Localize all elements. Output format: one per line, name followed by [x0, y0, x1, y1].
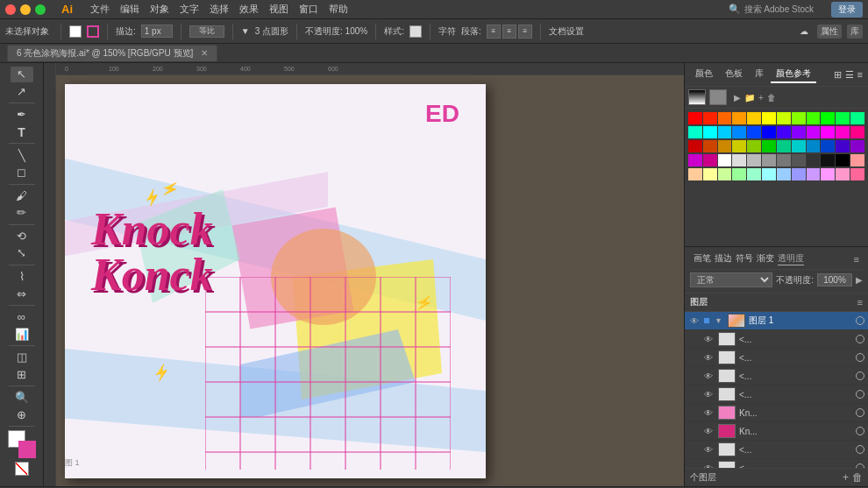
canvas-area[interactable]: 0 100 200 300 400 500 600	[44, 63, 684, 486]
swatch[interactable]	[836, 140, 850, 152]
swatch[interactable]	[703, 154, 717, 166]
appearance-panel-menu[interactable]: ≡	[854, 254, 859, 265]
rotate-tool[interactable]: ⟲	[11, 228, 33, 244]
swatch[interactable]	[747, 140, 761, 152]
menu-effect[interactable]: 效果	[239, 3, 259, 16]
line-tool[interactable]: ╲	[11, 147, 33, 163]
swatch[interactable]	[821, 126, 835, 138]
layer-vis-icon[interactable]: 👁	[688, 316, 701, 326]
swatch[interactable]	[732, 168, 746, 180]
swatch[interactable]	[688, 140, 702, 152]
swatch[interactable]	[718, 168, 732, 180]
swatch[interactable]	[718, 154, 732, 166]
eyedropper-tool[interactable]: 🔍	[11, 390, 33, 406]
style-preview[interactable]	[409, 25, 422, 38]
swatch[interactable]	[777, 126, 791, 138]
align-center-button[interactable]: ≡	[502, 25, 516, 39]
none-swatch[interactable]	[15, 462, 29, 476]
selection-tool[interactable]: ↖	[11, 67, 33, 82]
layer-vis-sub2[interactable]: 👁	[702, 353, 715, 363]
swatch[interactable]	[732, 112, 746, 124]
layer-item-sub1[interactable]: 👁 <...	[685, 330, 868, 349]
swatch[interactable]	[732, 126, 746, 138]
swatch[interactable]	[850, 168, 864, 180]
new-swatch-icon[interactable]: +	[758, 93, 764, 103]
panel-list-icon[interactable]: ☰	[845, 69, 854, 81]
delete-swatch-icon[interactable]: 🗑	[767, 93, 776, 103]
menu-file[interactable]: 文件	[90, 3, 110, 16]
swatch-options-icon[interactable]: ▶	[734, 93, 741, 103]
swatch[interactable]	[850, 126, 864, 138]
grayscale-swatch[interactable]	[709, 89, 727, 105]
swatch[interactable]	[807, 168, 821, 180]
tab-graphic-styles[interactable]: 符号	[736, 252, 753, 265]
tab-appearance[interactable]: 画笔	[694, 252, 711, 265]
layer-item-sub5[interactable]: 👁 <...	[685, 441, 868, 459]
swatch[interactable]	[747, 154, 761, 166]
stroke-color-box[interactable]	[87, 25, 99, 38]
swatch[interactable]	[703, 112, 717, 124]
layer-target-sub5[interactable]	[856, 445, 864, 454]
swatch[interactable]	[777, 112, 791, 124]
tab-library[interactable]: 库	[750, 66, 769, 83]
swatch[interactable]	[792, 112, 806, 124]
delete-layer-button[interactable]: 🗑	[852, 471, 863, 484]
layer-target-kn1[interactable]	[856, 408, 864, 417]
cloud-icon[interactable]: ☁	[800, 26, 808, 36]
swatch[interactable]	[836, 126, 850, 138]
swatch[interactable]	[718, 126, 732, 138]
swatch[interactable]	[821, 140, 835, 152]
menu-object[interactable]: 对象	[150, 3, 169, 16]
layer-target-sub4[interactable]	[856, 390, 864, 399]
blend-tool[interactable]: ∞	[11, 309, 33, 325]
tab-symbols[interactable]: 描边	[715, 252, 732, 265]
layer-item-sub2[interactable]: 👁 <...	[685, 349, 868, 367]
swatch[interactable]	[792, 140, 806, 152]
type-tool[interactable]: T	[11, 124, 33, 140]
expand-icon[interactable]: ▼	[715, 316, 722, 325]
panel-grid-icon[interactable]: ⊞	[834, 69, 842, 81]
opacity-value[interactable]: 100%	[817, 273, 852, 286]
layer-item-sub3[interactable]: 👁 <...	[685, 367, 868, 385]
shape-tool[interactable]: ◻	[11, 165, 33, 180]
swatch[interactable]	[688, 126, 702, 138]
swatch[interactable]	[792, 168, 806, 180]
swatch[interactable]	[732, 140, 746, 152]
layer-item-kn1[interactable]: 👁 Kn...	[685, 404, 868, 422]
layer-vis-sub1[interactable]: 👁	[702, 335, 715, 344]
swatch[interactable]	[821, 154, 835, 166]
doc-settings-label[interactable]: 文档设置	[549, 25, 584, 38]
swatch[interactable]	[747, 168, 761, 180]
graph-tool[interactable]: 📊	[11, 326, 33, 342]
layer-target-sub1[interactable]	[856, 335, 864, 343]
swatch[interactable]	[777, 154, 791, 166]
pencil-tool[interactable]: ✏	[11, 205, 33, 221]
layer-vis-kn2[interactable]: 👁	[702, 427, 715, 436]
swatch[interactable]	[792, 154, 806, 166]
layer-vis-sub3[interactable]: 👁	[702, 371, 715, 381]
new-layer-button[interactable]: +	[843, 471, 849, 484]
swatch[interactable]	[762, 168, 776, 180]
swatch[interactable]	[718, 140, 732, 152]
swatch[interactable]	[762, 154, 776, 166]
layer-target-sub2[interactable]	[856, 353, 864, 362]
swatch[interactable]	[850, 140, 864, 152]
tab-opacity[interactable]: 渐变	[757, 252, 774, 265]
swatch[interactable]	[688, 154, 702, 166]
align-right-button[interactable]: ≡	[518, 25, 532, 39]
swatch[interactable]	[821, 168, 835, 180]
menu-window[interactable]: 窗口	[299, 3, 318, 16]
layer-item-group[interactable]: 👁 ▼ 图层 1	[685, 312, 868, 330]
maximize-button[interactable]	[35, 4, 46, 15]
menu-type[interactable]: 文字	[180, 3, 199, 16]
layer-target-1[interactable]	[856, 316, 864, 325]
tab-swatches[interactable]: 色板	[720, 66, 748, 83]
swatch[interactable]	[703, 168, 717, 180]
swatch[interactable]	[747, 126, 761, 138]
swatch[interactable]	[807, 112, 821, 124]
document-tab[interactable]: 6 亮色涂鸦海报.ai* @ 150% [RGB/GPU 预览] ✕	[7, 45, 217, 61]
close-button[interactable]	[5, 4, 16, 15]
layer-item-sub4[interactable]: 👁 <...	[685, 385, 868, 404]
layer-vis-sub4[interactable]: 👁	[702, 390, 715, 400]
swatch[interactable]	[807, 154, 821, 166]
